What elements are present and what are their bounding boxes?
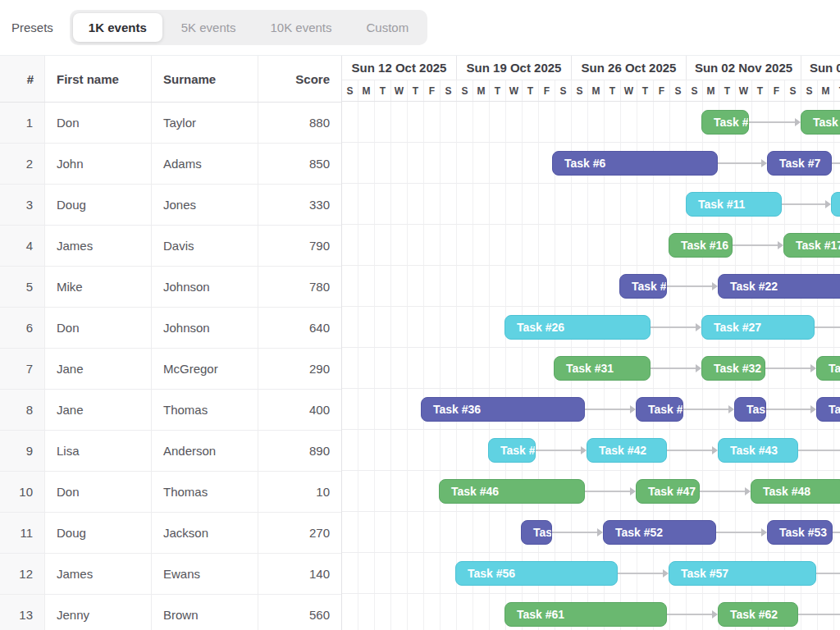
task-bar[interactable]: Task #32 — [701, 356, 765, 381]
task-bar[interactable]: Task #38 — [734, 397, 766, 422]
day-header-cell[interactable]: T — [752, 80, 769, 101]
task-bar[interactable]: Task #51 — [521, 520, 552, 545]
cell-score: 270 — [258, 513, 341, 553]
task-bar[interactable]: Task #61 — [504, 602, 667, 627]
task-bar[interactable]: Task #46 — [439, 479, 585, 504]
table-row[interactable]: 2JohnAdams850 — [0, 144, 341, 185]
day-header-cell[interactable]: F — [539, 80, 555, 101]
task-bar[interactable]: Task #1 — [701, 110, 749, 135]
day-header-cell[interactable]: W — [736, 80, 752, 101]
task-bar[interactable]: Task #47 — [636, 479, 700, 504]
preset-button-5k-events[interactable]: 5K events — [166, 13, 252, 42]
day-header-cell[interactable]: S — [785, 80, 801, 101]
day-header-cell[interactable]: T — [605, 80, 621, 101]
table-row[interactable]: 3DougJones330 — [0, 185, 341, 226]
column-header-score[interactable]: Score — [258, 56, 341, 102]
column-header-number[interactable]: # — [0, 56, 45, 102]
dependency-line — [585, 409, 631, 410]
task-bar[interactable]: Task #6 — [552, 151, 718, 176]
table-row[interactable]: 6DonJohnson640 — [0, 308, 341, 349]
day-header-cell[interactable]: M — [473, 80, 490, 101]
day-header-cell[interactable]: W — [391, 80, 408, 101]
day-header-cell[interactable]: S — [441, 80, 457, 101]
task-bar[interactable]: Task #7 — [767, 151, 832, 176]
table-row[interactable]: 13JennyBrown560 — [0, 595, 341, 630]
week-header-cell[interactable]: Sun 26 Oct 2025 — [572, 56, 687, 80]
day-header-cell[interactable]: W — [621, 80, 637, 101]
task-bar[interactable]: Task #16 — [669, 233, 733, 258]
day-header-cell[interactable]: T — [375, 80, 391, 101]
week-header-cell[interactable]: Sun 19 Oct 2025 — [457, 56, 572, 80]
task-bar[interactable]: Task #56 — [455, 561, 618, 586]
day-header-cell[interactable]: M — [588, 80, 605, 101]
task-bar[interactable]: Task #36 — [421, 397, 585, 422]
task-bar[interactable]: Task #42 — [587, 438, 667, 463]
day-header-cell[interactable]: T — [490, 80, 506, 101]
table-row[interactable]: 4JamesDavis790 — [0, 226, 341, 267]
day-header-cell[interactable]: S — [670, 80, 687, 101]
task-bar[interactable]: Task #33 — [816, 356, 840, 381]
table-row[interactable]: 12JamesEwans140 — [0, 554, 341, 595]
task-bar[interactable]: Task #57 — [669, 561, 816, 586]
preset-button-custom[interactable]: Custom — [351, 13, 425, 42]
table-row[interactable]: 1DonTaylor880 — [0, 103, 341, 144]
day-header-cell[interactable]: S — [687, 80, 703, 101]
day-header-cell[interactable]: T — [523, 80, 539, 101]
task-bar[interactable]: Task #52 — [603, 520, 716, 545]
dependency-line — [667, 614, 713, 615]
week-header-cell[interactable]: Sun 02 Nov 2025 — [687, 56, 801, 80]
task-bar[interactable]: Task #41 — [488, 438, 536, 463]
preset-button-10k-events[interactable]: 10K events — [254, 13, 347, 42]
task-bar[interactable]: Task #27 — [701, 315, 815, 340]
column-header-first-name[interactable]: First name — [45, 56, 152, 102]
table-row[interactable]: 10DonThomas10 — [0, 472, 341, 513]
table-row[interactable]: 5MikeJohnson780 — [0, 267, 341, 308]
day-header-cell[interactable]: F — [654, 80, 670, 101]
task-bar[interactable]: Task #31 — [554, 356, 651, 381]
day-header-cell[interactable]: M — [818, 80, 834, 101]
day-header-cell[interactable]: S — [342, 80, 358, 101]
day-header-cell[interactable]: S — [572, 80, 588, 101]
cell-first-name: Jane — [45, 349, 152, 389]
task-bar[interactable]: Task #17 — [783, 233, 840, 258]
task-bar[interactable]: Task #37 — [636, 397, 683, 422]
table-row[interactable]: 8JaneThomas400 — [0, 390, 341, 431]
task-bar[interactable]: Task #62 — [718, 602, 798, 627]
table-row[interactable]: 11DougJackson270 — [0, 513, 341, 554]
task-bar[interactable]: Task #22 — [718, 274, 840, 299]
preset-button-1k-events[interactable]: 1K events — [73, 13, 162, 42]
day-header-cell[interactable]: S — [555, 80, 572, 101]
day-header-cell[interactable]: F — [769, 80, 785, 101]
week-header-cell[interactable]: Sun 12 Oct 2025 — [342, 56, 457, 80]
table-row[interactable]: 7JaneMcGregor290 — [0, 349, 341, 390]
task-bar[interactable]: Task #11 — [686, 192, 782, 217]
day-header-cell[interactable]: T — [834, 80, 840, 101]
day-header-cell[interactable]: F — [424, 80, 441, 101]
task-bar[interactable]: Task #2 — [801, 110, 840, 135]
cell-row-number: 2 — [0, 144, 45, 184]
day-header-cell[interactable]: T — [719, 80, 736, 101]
task-bar[interactable]: Task #26 — [504, 315, 651, 340]
day-header-cell[interactable]: S — [801, 80, 818, 101]
gantt-row: Task #16Task #17 — [342, 225, 840, 266]
cell-row-number: 12 — [0, 554, 45, 594]
task-bar[interactable]: Task #12 — [831, 192, 840, 217]
task-bar[interactable]: Task #53 — [767, 520, 833, 545]
day-header-cell[interactable]: W — [506, 80, 523, 101]
gantt-row: Task #46Task #47Task #48 — [342, 471, 840, 512]
column-header-surname[interactable]: Surname — [152, 56, 258, 102]
day-header-cell[interactable]: S — [457, 80, 473, 101]
task-bar[interactable]: Task #48 — [751, 479, 840, 504]
dependency-arrow-icon — [597, 528, 603, 536]
day-header-cell[interactable]: M — [703, 80, 719, 101]
dependency-line — [651, 326, 696, 328]
task-bar[interactable]: Task #43 — [718, 438, 798, 463]
table-row[interactable]: 9LisaAnderson890 — [0, 431, 341, 472]
task-bar[interactable]: Task #39 — [816, 397, 840, 422]
day-header-cell[interactable]: M — [358, 80, 375, 101]
week-header-cell[interactable]: Sun 09 Nov 2025 — [801, 56, 840, 80]
cell-score: 140 — [258, 554, 341, 594]
day-header-cell[interactable]: T — [408, 80, 424, 101]
day-header-cell[interactable]: T — [637, 80, 654, 101]
task-bar[interactable]: Task #21 — [619, 274, 667, 299]
